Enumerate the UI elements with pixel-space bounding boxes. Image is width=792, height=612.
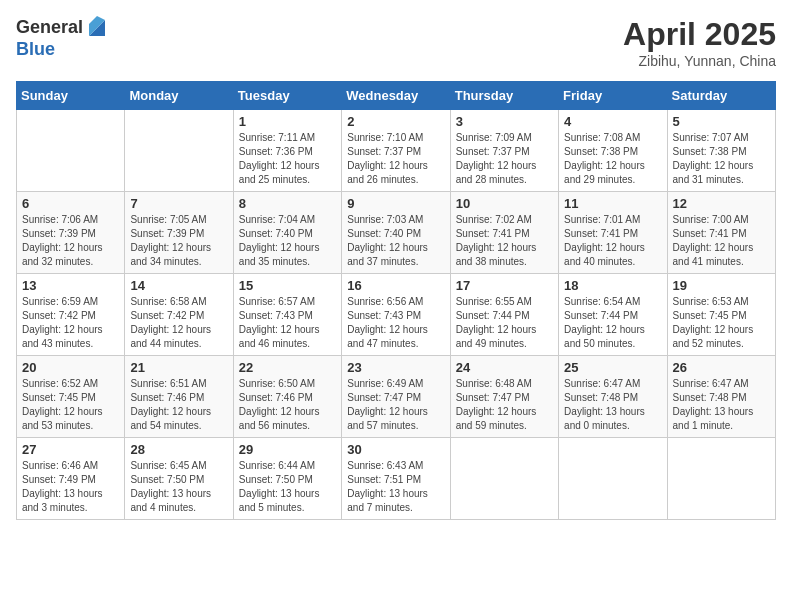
calendar-cell: 27Sunrise: 6:46 AMSunset: 7:49 PMDayligh…: [17, 438, 125, 520]
day-info: Sunrise: 6:45 AMSunset: 7:50 PMDaylight:…: [130, 459, 227, 515]
calendar-cell: 23Sunrise: 6:49 AMSunset: 7:47 PMDayligh…: [342, 356, 450, 438]
day-number: 10: [456, 196, 553, 211]
day-number: 26: [673, 360, 770, 375]
day-number: 7: [130, 196, 227, 211]
day-number: 19: [673, 278, 770, 293]
calendar-cell: 21Sunrise: 6:51 AMSunset: 7:46 PMDayligh…: [125, 356, 233, 438]
calendar-cell: 4Sunrise: 7:08 AMSunset: 7:38 PMDaylight…: [559, 110, 667, 192]
day-info: Sunrise: 6:59 AMSunset: 7:42 PMDaylight:…: [22, 295, 119, 351]
calendar-cell: 2Sunrise: 7:10 AMSunset: 7:37 PMDaylight…: [342, 110, 450, 192]
calendar-cell: 19Sunrise: 6:53 AMSunset: 7:45 PMDayligh…: [667, 274, 775, 356]
day-number: 4: [564, 114, 661, 129]
calendar-cell: 12Sunrise: 7:00 AMSunset: 7:41 PMDayligh…: [667, 192, 775, 274]
day-number: 14: [130, 278, 227, 293]
day-info: Sunrise: 7:06 AMSunset: 7:39 PMDaylight:…: [22, 213, 119, 269]
day-number: 22: [239, 360, 336, 375]
calendar-cell: 6Sunrise: 7:06 AMSunset: 7:39 PMDaylight…: [17, 192, 125, 274]
day-info: Sunrise: 6:43 AMSunset: 7:51 PMDaylight:…: [347, 459, 444, 515]
day-number: 5: [673, 114, 770, 129]
logo-icon: [85, 12, 109, 40]
day-info: Sunrise: 6:52 AMSunset: 7:45 PMDaylight:…: [22, 377, 119, 433]
calendar-cell: 16Sunrise: 6:56 AMSunset: 7:43 PMDayligh…: [342, 274, 450, 356]
day-info: Sunrise: 6:47 AMSunset: 7:48 PMDaylight:…: [673, 377, 770, 433]
day-number: 9: [347, 196, 444, 211]
calendar-cell: 25Sunrise: 6:47 AMSunset: 7:48 PMDayligh…: [559, 356, 667, 438]
calendar-cell: 10Sunrise: 7:02 AMSunset: 7:41 PMDayligh…: [450, 192, 558, 274]
calendar-cell: 17Sunrise: 6:55 AMSunset: 7:44 PMDayligh…: [450, 274, 558, 356]
day-info: Sunrise: 6:46 AMSunset: 7:49 PMDaylight:…: [22, 459, 119, 515]
logo-blue: Blue: [16, 40, 109, 60]
calendar-cell: [559, 438, 667, 520]
month-title: April 2025: [623, 16, 776, 53]
day-info: Sunrise: 7:10 AMSunset: 7:37 PMDaylight:…: [347, 131, 444, 187]
calendar-cell: 13Sunrise: 6:59 AMSunset: 7:42 PMDayligh…: [17, 274, 125, 356]
day-info: Sunrise: 6:44 AMSunset: 7:50 PMDaylight:…: [239, 459, 336, 515]
day-info: Sunrise: 6:55 AMSunset: 7:44 PMDaylight:…: [456, 295, 553, 351]
calendar-week-row: 6Sunrise: 7:06 AMSunset: 7:39 PMDaylight…: [17, 192, 776, 274]
day-info: Sunrise: 6:51 AMSunset: 7:46 PMDaylight:…: [130, 377, 227, 433]
day-number: 1: [239, 114, 336, 129]
calendar-cell: 9Sunrise: 7:03 AMSunset: 7:40 PMDaylight…: [342, 192, 450, 274]
day-info: Sunrise: 7:01 AMSunset: 7:41 PMDaylight:…: [564, 213, 661, 269]
day-number: 3: [456, 114, 553, 129]
day-number: 2: [347, 114, 444, 129]
calendar-cell: [450, 438, 558, 520]
calendar-cell: 8Sunrise: 7:04 AMSunset: 7:40 PMDaylight…: [233, 192, 341, 274]
day-number: 6: [22, 196, 119, 211]
calendar-header-saturday: Saturday: [667, 82, 775, 110]
calendar-cell: 11Sunrise: 7:01 AMSunset: 7:41 PMDayligh…: [559, 192, 667, 274]
day-info: Sunrise: 7:00 AMSunset: 7:41 PMDaylight:…: [673, 213, 770, 269]
day-info: Sunrise: 7:08 AMSunset: 7:38 PMDaylight:…: [564, 131, 661, 187]
day-number: 16: [347, 278, 444, 293]
day-info: Sunrise: 7:09 AMSunset: 7:37 PMDaylight:…: [456, 131, 553, 187]
logo: General Blue: [16, 16, 109, 60]
calendar-cell: 1Sunrise: 7:11 AMSunset: 7:36 PMDaylight…: [233, 110, 341, 192]
day-info: Sunrise: 7:05 AMSunset: 7:39 PMDaylight:…: [130, 213, 227, 269]
logo-general: General: [16, 18, 83, 38]
day-info: Sunrise: 7:04 AMSunset: 7:40 PMDaylight:…: [239, 213, 336, 269]
calendar-cell: 28Sunrise: 6:45 AMSunset: 7:50 PMDayligh…: [125, 438, 233, 520]
calendar-header-sunday: Sunday: [17, 82, 125, 110]
calendar-cell: 20Sunrise: 6:52 AMSunset: 7:45 PMDayligh…: [17, 356, 125, 438]
title-area: April 2025 Zibihu, Yunnan, China: [623, 16, 776, 69]
calendar-cell: 5Sunrise: 7:07 AMSunset: 7:38 PMDaylight…: [667, 110, 775, 192]
calendar-header-tuesday: Tuesday: [233, 82, 341, 110]
day-info: Sunrise: 6:57 AMSunset: 7:43 PMDaylight:…: [239, 295, 336, 351]
calendar-week-row: 1Sunrise: 7:11 AMSunset: 7:36 PMDaylight…: [17, 110, 776, 192]
day-number: 17: [456, 278, 553, 293]
calendar-week-row: 20Sunrise: 6:52 AMSunset: 7:45 PMDayligh…: [17, 356, 776, 438]
day-info: Sunrise: 7:11 AMSunset: 7:36 PMDaylight:…: [239, 131, 336, 187]
day-info: Sunrise: 7:07 AMSunset: 7:38 PMDaylight:…: [673, 131, 770, 187]
day-info: Sunrise: 6:53 AMSunset: 7:45 PMDaylight:…: [673, 295, 770, 351]
day-info: Sunrise: 6:56 AMSunset: 7:43 PMDaylight:…: [347, 295, 444, 351]
calendar-cell: [125, 110, 233, 192]
calendar-cell: 30Sunrise: 6:43 AMSunset: 7:51 PMDayligh…: [342, 438, 450, 520]
calendar-cell: [17, 110, 125, 192]
day-number: 11: [564, 196, 661, 211]
calendar-header-row: SundayMondayTuesdayWednesdayThursdayFrid…: [17, 82, 776, 110]
day-number: 12: [673, 196, 770, 211]
calendar-cell: 18Sunrise: 6:54 AMSunset: 7:44 PMDayligh…: [559, 274, 667, 356]
day-number: 15: [239, 278, 336, 293]
calendar-cell: 15Sunrise: 6:57 AMSunset: 7:43 PMDayligh…: [233, 274, 341, 356]
day-number: 24: [456, 360, 553, 375]
calendar-week-row: 27Sunrise: 6:46 AMSunset: 7:49 PMDayligh…: [17, 438, 776, 520]
day-number: 20: [22, 360, 119, 375]
calendar-cell: [667, 438, 775, 520]
day-info: Sunrise: 6:50 AMSunset: 7:46 PMDaylight:…: [239, 377, 336, 433]
calendar-cell: 7Sunrise: 7:05 AMSunset: 7:39 PMDaylight…: [125, 192, 233, 274]
day-number: 8: [239, 196, 336, 211]
calendar-cell: 24Sunrise: 6:48 AMSunset: 7:47 PMDayligh…: [450, 356, 558, 438]
day-number: 21: [130, 360, 227, 375]
calendar-header-monday: Monday: [125, 82, 233, 110]
day-info: Sunrise: 7:02 AMSunset: 7:41 PMDaylight:…: [456, 213, 553, 269]
calendar-week-row: 13Sunrise: 6:59 AMSunset: 7:42 PMDayligh…: [17, 274, 776, 356]
day-info: Sunrise: 6:58 AMSunset: 7:42 PMDaylight:…: [130, 295, 227, 351]
day-info: Sunrise: 6:47 AMSunset: 7:48 PMDaylight:…: [564, 377, 661, 433]
day-number: 25: [564, 360, 661, 375]
day-number: 23: [347, 360, 444, 375]
calendar-cell: 29Sunrise: 6:44 AMSunset: 7:50 PMDayligh…: [233, 438, 341, 520]
day-number: 28: [130, 442, 227, 457]
calendar-cell: 3Sunrise: 7:09 AMSunset: 7:37 PMDaylight…: [450, 110, 558, 192]
calendar-header-wednesday: Wednesday: [342, 82, 450, 110]
